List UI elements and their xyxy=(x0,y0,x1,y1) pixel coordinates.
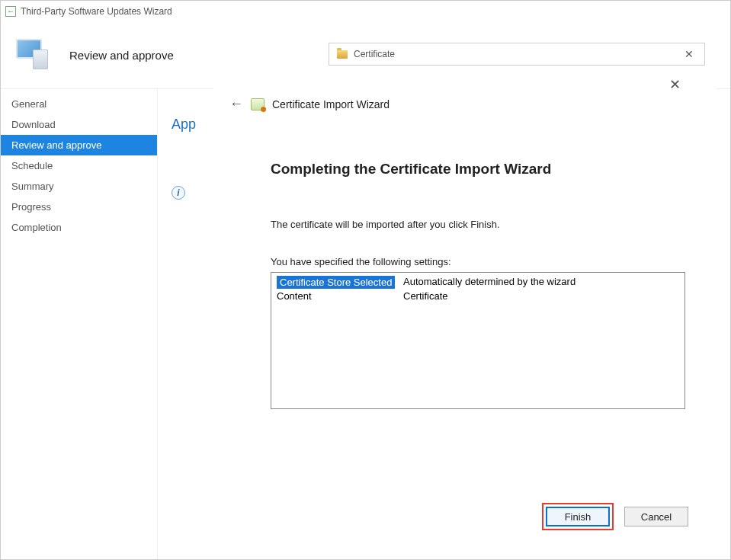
settings-row: Certificate Store Selected Automatically… xyxy=(274,275,682,290)
cancel-button[interactable]: Cancel xyxy=(624,507,688,526)
cert-wizard-description: The certificate will be imported after y… xyxy=(271,219,693,230)
folder-icon xyxy=(337,50,348,59)
finish-button-highlight: Finish xyxy=(542,503,614,530)
certificate-tab-header: Certificate ✕ xyxy=(329,43,705,66)
cert-wizard-settings-intro: You have specified the following setting… xyxy=(271,256,693,267)
sidebar-item-review-and-approve[interactable]: Review and approve xyxy=(1,135,157,155)
wizard-title-icon: ← xyxy=(5,6,16,17)
settings-row-label-selected: Certificate Store Selected xyxy=(277,276,395,289)
sidebar-item-general[interactable]: General xyxy=(1,94,157,114)
sidebar-item-progress[interactable]: Progress xyxy=(1,197,157,217)
back-arrow-icon[interactable]: ← xyxy=(229,96,243,112)
cert-wizard-heading: Completing the Certificate Import Wizard xyxy=(271,161,693,178)
settings-row-value: Automatically determined by the wizard xyxy=(400,275,682,290)
sidebar-item-schedule[interactable]: Schedule xyxy=(1,155,157,176)
close-icon[interactable]: ✕ xyxy=(681,48,697,60)
sidebar-item-completion[interactable]: Completion xyxy=(1,217,157,238)
info-icon: i xyxy=(172,186,185,200)
certificate-tab-title: Certificate xyxy=(354,49,395,59)
certificate-icon xyxy=(251,98,265,110)
page-title: Review and approve xyxy=(69,49,174,62)
wizard-sidebar: General Download Review and approve Sche… xyxy=(1,89,158,559)
certificate-import-dialog: Certificate ✕ ✕ ← Certificate Import Wiz… xyxy=(213,11,717,542)
wizard-title: Third-Party Software Updates Wizard xyxy=(21,6,172,17)
settings-listbox[interactable]: Certificate Store Selected Automatically… xyxy=(271,272,685,409)
sidebar-item-summary[interactable]: Summary xyxy=(1,176,157,197)
settings-row-value: Certificate xyxy=(400,290,682,302)
dialog-button-row: Finish Cancel xyxy=(542,503,688,530)
settings-row-label: Content xyxy=(274,290,400,302)
dialog-close-icon[interactable]: ✕ xyxy=(666,76,684,93)
finish-button[interactable]: Finish xyxy=(546,507,610,526)
settings-row: Content Certificate xyxy=(274,290,682,302)
computer-monitor-icon xyxy=(16,39,50,72)
cert-wizard-title: Certificate Import Wizard xyxy=(272,98,390,110)
sidebar-item-download[interactable]: Download xyxy=(1,114,157,135)
